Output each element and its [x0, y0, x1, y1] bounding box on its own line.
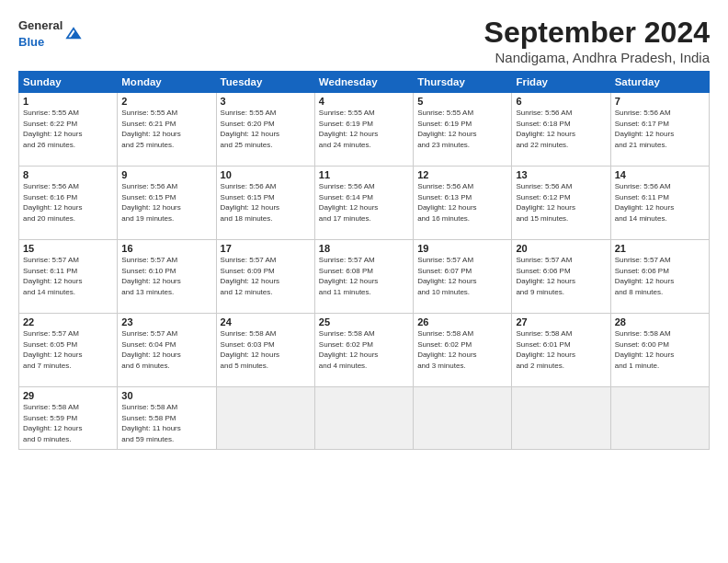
- day-number: 7: [615, 96, 705, 107]
- col-wednesday: Wednesday: [314, 72, 413, 93]
- table-row: 27Sunrise: 5:58 AM Sunset: 6:01 PM Dayli…: [512, 314, 610, 387]
- day-number: 22: [23, 316, 113, 327]
- week-row: 29Sunrise: 5:58 AM Sunset: 5:59 PM Dayli…: [19, 387, 710, 450]
- table-row: 21Sunrise: 5:57 AM Sunset: 6:06 PM Dayli…: [610, 240, 709, 314]
- day-info: Sunrise: 5:58 AM Sunset: 5:58 PM Dayligh…: [121, 402, 211, 444]
- logo-general: General: [18, 18, 63, 32]
- day-number: 24: [221, 316, 311, 327]
- day-number: 25: [319, 316, 409, 327]
- day-info: Sunrise: 5:56 AM Sunset: 6:11 PM Dayligh…: [615, 181, 705, 224]
- table-row: 23Sunrise: 5:57 AM Sunset: 6:04 PM Dayli…: [118, 314, 216, 387]
- day-number: 26: [417, 316, 507, 327]
- day-info: Sunrise: 5:56 AM Sunset: 6:15 PM Dayligh…: [221, 181, 311, 224]
- day-info: Sunrise: 5:55 AM Sunset: 6:19 PM Dayligh…: [417, 108, 507, 150]
- col-thursday: Thursday: [414, 72, 512, 93]
- day-number: 5: [417, 96, 507, 107]
- day-info: Sunrise: 5:56 AM Sunset: 6:16 PM Dayligh…: [23, 181, 113, 224]
- table-row: [610, 387, 709, 450]
- table-row: 29Sunrise: 5:58 AM Sunset: 5:59 PM Dayli…: [19, 387, 118, 450]
- day-info: Sunrise: 5:57 AM Sunset: 6:04 PM Dayligh…: [121, 328, 211, 371]
- day-number: 23: [121, 316, 211, 327]
- table-row: 8Sunrise: 5:56 AM Sunset: 6:16 PM Daylig…: [19, 167, 118, 240]
- table-row: 16Sunrise: 5:57 AM Sunset: 6:10 PM Dayli…: [118, 240, 216, 314]
- logo-icon: [65, 27, 82, 40]
- table-row: 17Sunrise: 5:57 AM Sunset: 6:09 PM Dayli…: [216, 240, 314, 314]
- table-row: 28Sunrise: 5:58 AM Sunset: 6:00 PM Dayli…: [610, 314, 709, 387]
- table-row: 2Sunrise: 5:55 AM Sunset: 6:21 PM Daylig…: [118, 93, 216, 167]
- day-number: 11: [319, 169, 409, 180]
- table-row: [414, 387, 512, 450]
- table-row: [314, 387, 413, 450]
- col-friday: Friday: [512, 72, 610, 93]
- table-row: 5Sunrise: 5:55 AM Sunset: 6:19 PM Daylig…: [414, 93, 512, 167]
- day-number: 15: [23, 243, 113, 254]
- day-info: Sunrise: 5:55 AM Sunset: 6:20 PM Dayligh…: [221, 108, 311, 150]
- day-info: Sunrise: 5:58 AM Sunset: 6:02 PM Dayligh…: [417, 328, 507, 371]
- day-info: Sunrise: 5:55 AM Sunset: 6:21 PM Dayligh…: [121, 108, 211, 150]
- calendar-table: SundayMondayTuesdayWednesdayThursdayFrid…: [18, 71, 710, 450]
- table-row: 25Sunrise: 5:58 AM Sunset: 6:02 PM Dayli…: [314, 314, 413, 387]
- day-info: Sunrise: 5:57 AM Sunset: 6:07 PM Dayligh…: [417, 255, 507, 297]
- day-number: 18: [319, 243, 409, 254]
- day-number: 21: [615, 243, 705, 254]
- day-info: Sunrise: 5:57 AM Sunset: 6:09 PM Dayligh…: [221, 255, 311, 297]
- col-sunday: Sunday: [19, 72, 118, 93]
- day-number: 20: [516, 243, 606, 254]
- week-row: 15Sunrise: 5:57 AM Sunset: 6:11 PM Dayli…: [19, 240, 710, 314]
- day-number: 14: [615, 169, 705, 180]
- day-number: 16: [121, 243, 211, 254]
- day-info: Sunrise: 5:56 AM Sunset: 6:14 PM Dayligh…: [319, 181, 409, 224]
- day-number: 2: [121, 96, 211, 107]
- table-row: 30Sunrise: 5:58 AM Sunset: 5:58 PM Dayli…: [118, 387, 216, 450]
- logo-blue: Blue: [18, 35, 44, 49]
- col-tuesday: Tuesday: [216, 72, 314, 93]
- table-row: 11Sunrise: 5:56 AM Sunset: 6:14 PM Dayli…: [314, 167, 413, 240]
- col-saturday: Saturday: [610, 72, 709, 93]
- day-number: 19: [417, 243, 507, 254]
- week-row: 8Sunrise: 5:56 AM Sunset: 6:16 PM Daylig…: [19, 167, 710, 240]
- table-row: [512, 387, 610, 450]
- header-right: September 2024 Nandigama, Andhra Pradesh…: [82, 17, 710, 65]
- day-info: Sunrise: 5:57 AM Sunset: 6:05 PM Dayligh…: [23, 328, 113, 371]
- table-row: 3Sunrise: 5:55 AM Sunset: 6:20 PM Daylig…: [216, 93, 314, 167]
- day-number: 3: [221, 96, 311, 107]
- table-row: 6Sunrise: 5:56 AM Sunset: 6:18 PM Daylig…: [512, 93, 610, 167]
- table-row: 18Sunrise: 5:57 AM Sunset: 6:08 PM Dayli…: [314, 240, 413, 314]
- table-row: 4Sunrise: 5:55 AM Sunset: 6:19 PM Daylig…: [314, 93, 413, 167]
- day-number: 9: [121, 169, 211, 180]
- day-info: Sunrise: 5:55 AM Sunset: 6:19 PM Dayligh…: [319, 108, 409, 150]
- table-row: 15Sunrise: 5:57 AM Sunset: 6:11 PM Dayli…: [19, 240, 118, 314]
- day-number: 1: [23, 96, 113, 107]
- table-row: 19Sunrise: 5:57 AM Sunset: 6:07 PM Dayli…: [414, 240, 512, 314]
- day-number: 29: [23, 390, 113, 401]
- logo: General Blue: [18, 17, 82, 50]
- day-number: 27: [516, 316, 606, 327]
- day-info: Sunrise: 5:57 AM Sunset: 6:10 PM Dayligh…: [121, 255, 211, 297]
- week-row: 1Sunrise: 5:55 AM Sunset: 6:22 PM Daylig…: [19, 93, 710, 167]
- day-number: 4: [319, 96, 409, 107]
- col-monday: Monday: [118, 72, 216, 93]
- table-row: 7Sunrise: 5:56 AM Sunset: 6:17 PM Daylig…: [610, 93, 709, 167]
- location-title: Nandigama, Andhra Pradesh, India: [82, 50, 710, 65]
- day-info: Sunrise: 5:58 AM Sunset: 6:02 PM Dayligh…: [319, 328, 409, 371]
- table-row: 9Sunrise: 5:56 AM Sunset: 6:15 PM Daylig…: [118, 167, 216, 240]
- day-number: 28: [615, 316, 705, 327]
- day-number: 30: [121, 390, 211, 401]
- table-row: 20Sunrise: 5:57 AM Sunset: 6:06 PM Dayli…: [512, 240, 610, 314]
- day-info: Sunrise: 5:58 AM Sunset: 5:59 PM Dayligh…: [23, 402, 113, 444]
- day-number: 8: [23, 169, 113, 180]
- table-row: [216, 387, 314, 450]
- day-info: Sunrise: 5:57 AM Sunset: 6:11 PM Dayligh…: [23, 255, 113, 297]
- day-number: 10: [221, 169, 311, 180]
- day-info: Sunrise: 5:57 AM Sunset: 6:06 PM Dayligh…: [615, 255, 705, 297]
- table-row: 14Sunrise: 5:56 AM Sunset: 6:11 PM Dayli…: [610, 167, 709, 240]
- day-info: Sunrise: 5:57 AM Sunset: 6:06 PM Dayligh…: [516, 255, 606, 297]
- month-title: September 2024: [82, 17, 710, 49]
- day-info: Sunrise: 5:55 AM Sunset: 6:22 PM Dayligh…: [23, 108, 113, 150]
- table-row: 13Sunrise: 5:56 AM Sunset: 6:12 PM Dayli…: [512, 167, 610, 240]
- day-info: Sunrise: 5:58 AM Sunset: 6:00 PM Dayligh…: [615, 328, 705, 371]
- day-info: Sunrise: 5:56 AM Sunset: 6:18 PM Dayligh…: [516, 108, 606, 150]
- table-row: 12Sunrise: 5:56 AM Sunset: 6:13 PM Dayli…: [414, 167, 512, 240]
- table-row: 26Sunrise: 5:58 AM Sunset: 6:02 PM Dayli…: [414, 314, 512, 387]
- day-info: Sunrise: 5:57 AM Sunset: 6:08 PM Dayligh…: [319, 255, 409, 297]
